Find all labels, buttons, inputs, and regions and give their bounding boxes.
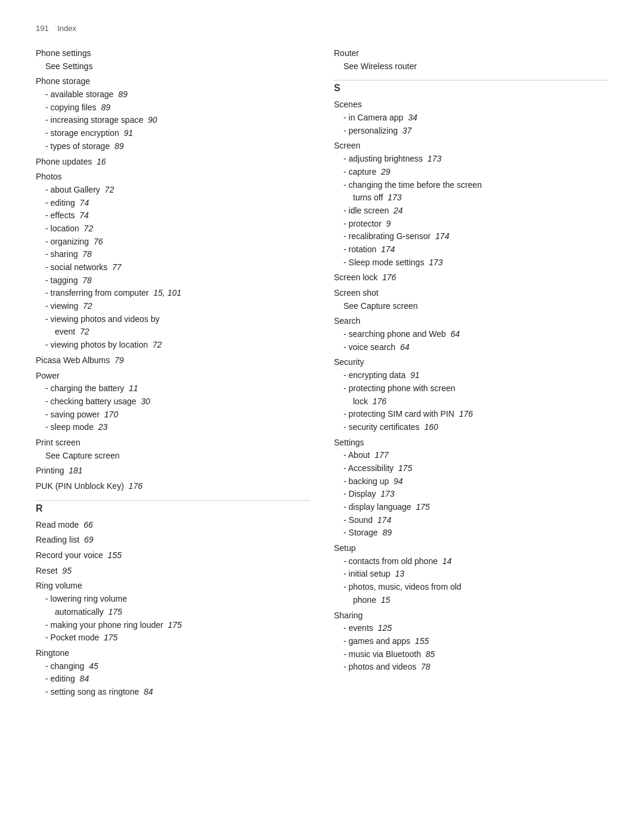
entry-title: Scenes [334,98,608,112]
index-entry: Ring volume- lowering ring volumeautomat… [36,580,310,644]
sub-entry: - protector 9 [334,218,608,231]
index-entry: Ringtone- changing 45- editing 84- setti… [36,647,310,699]
sub-entry: - photos, music, videos from old [334,581,608,594]
sub-entry: - changing 45 [36,660,310,673]
sub-entry: - saving power 170 [36,408,310,422]
sub-entry: - games and apps 155 [334,635,608,648]
entry-title: Phone storage [36,75,310,88]
page-number: 191 [36,24,49,33]
sub-entry: - About 177 [334,449,608,462]
sub-entry: - setting song as ringtone 84 [36,686,310,699]
sub-entry: - transferring from computer 15, 101 [36,287,310,300]
sub-entry: - idle screen 24 [334,205,608,218]
index-entry: Screen lock 176 [334,271,608,284]
index-entry: PUK (PIN Unblock Key) 176 [36,480,310,493]
entry-title: Reading list 69 [36,534,310,547]
sub-entry: - copying files 89 [36,101,310,114]
entry-title: Printing 181 [36,465,310,478]
sub-entry: - capture 29 [334,166,608,179]
entry-title: Picasa Web Albums 79 [36,354,310,367]
sub-entry: - charging the battery 11 [36,382,310,395]
sub-entry: - viewing photos by location 72 [36,339,310,352]
entry-title: Screen lock 176 [334,271,608,284]
sub-entry: - music via Bluetooth 85 [334,648,608,661]
entry-title: Reset 95 [36,565,310,578]
sub-entry: - Storage 89 [334,527,608,540]
sub-entry: - viewing 72 [36,300,310,313]
sub-entry: - Pocket mode 175 [36,631,310,645]
section-divider [36,500,310,501]
sub-entry: - searching phone and Web 64 [334,328,608,341]
sub-entry: - protecting phone with screen [334,382,608,395]
index-entry: Picasa Web Albums 79 [36,354,310,367]
index-entry: Sharing- events 125- games and apps 155-… [334,609,608,674]
sub-entry: - Display 173 [334,488,608,501]
section-letter: R [36,503,310,514]
sub-entry: - rotation 174 [334,243,608,256]
entry-title: Ring volume [36,580,310,593]
index-entry: Read mode 66 [36,519,310,532]
sub-entry: See Settings [36,60,310,73]
index-entry: Phone settingsSee Settings [36,47,310,73]
entry-title: Security [334,356,608,369]
entry-title: Photos [36,171,310,184]
page-header: 191 Index [36,24,608,33]
index-entry: Settings- About 177- Accessibility 175- … [334,436,608,540]
index-entry: Power- charging the battery 11- checking… [36,370,310,434]
sub-entry: - contacts from old phone 14 [334,555,608,568]
sub-entry: - changing the time before the screen [334,179,608,192]
entry-title: Phone updates 16 [36,156,310,169]
sub-entry: - events 125 [334,622,608,635]
sub-entry: See Capture screen [36,450,310,463]
entry-title: Ringtone [36,647,310,660]
entry-title: Screen shot [334,287,608,300]
section-letter: S [334,83,608,94]
sub-entry: - encrypting data 91 [334,369,608,382]
index-entry: Printing 181 [36,465,310,478]
index-entry: Phone updates 16 [36,156,310,169]
entry-title: Read mode 66 [36,519,310,532]
sub-entry: - sleep mode 23 [36,421,310,434]
index-entry: Search- searching phone and Web 64- voic… [334,315,608,354]
sub-entry: - checking battery usage 30 [36,395,310,408]
sub-entry: - available storage 89 [36,88,310,101]
sub-entry: - adjusting brightness 173 [334,153,608,166]
sub-entry: - voice search 64 [334,341,608,354]
sub-entry: - sharing 78 [36,248,310,261]
entry-title: Router [334,47,608,60]
sub-entry: - lowering ring volume [36,593,310,606]
entry-title: Phone settings [36,47,310,60]
entry-title: Settings [334,436,608,450]
sub-entry: - display language 175 [334,501,608,514]
index-entry: Reading list 69 [36,534,310,547]
sub-entry: - initial setup 13 [334,568,608,581]
entry-title: Power [36,370,310,383]
sub-entry: - storage encryption 91 [36,127,310,140]
index-entry: Security- encrypting data 91- protecting… [334,356,608,433]
sub-entry: - Sound 174 [334,514,608,527]
sub-entry: - editing 84 [36,673,310,686]
sub-entry: event 72 [36,326,310,339]
right-column: RouterSee Wireless routerSScenes- in Cam… [334,47,608,701]
section-title: Index [57,24,76,33]
sub-entry: - personalizing 37 [334,125,608,138]
sub-entry: - protecting SIM card with PIN 176 [334,408,608,421]
section-divider [334,80,608,80]
entry-title: Setup [334,542,608,555]
sub-entry: - increasing storage space 90 [36,114,310,127]
index-entry: Print screenSee Capture screen [36,436,310,462]
index-entry: Screen- adjusting brightness 173- captur… [334,140,608,269]
entry-title: Print screen [36,436,310,450]
index-entry: RouterSee Wireless router [334,47,608,73]
entry-title: Sharing [334,609,608,623]
sub-entry: - recalibrating G-sensor 174 [334,230,608,243]
sub-entry: - backing up 94 [334,475,608,488]
sub-entry: See Capture screen [334,300,608,313]
sub-entry: - tagging 78 [36,274,310,287]
entry-title: Record your voice 155 [36,549,310,562]
index-layout: Phone settingsSee SettingsPhone storage-… [36,47,608,701]
index-entry: Setup- contacts from old phone 14- initi… [334,542,608,606]
sub-entry: - social networks 77 [36,261,310,274]
index-entry: Record your voice 155 [36,549,310,562]
entry-title: Search [334,315,608,328]
